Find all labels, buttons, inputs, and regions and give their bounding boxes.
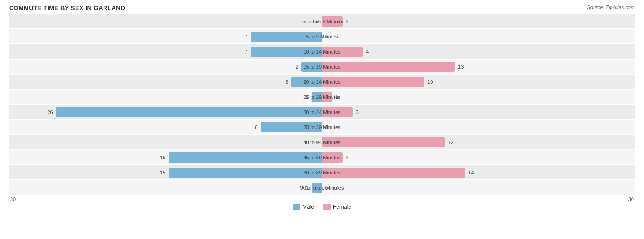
right-section: 13 (322, 60, 635, 74)
male-bar (251, 32, 322, 42)
male-value: 6 (255, 125, 257, 130)
right-section: 0 (322, 120, 635, 134)
female-value: 0 (325, 185, 328, 190)
female-value: 3 (356, 109, 359, 115)
female-bar (322, 137, 445, 147)
female-value: 0 (325, 34, 328, 39)
male-value: 7 (245, 49, 247, 54)
left-section: 2 (9, 60, 322, 74)
right-section: 14 (322, 165, 635, 179)
table-row: 710 to 14 Minutes4 (9, 44, 635, 60)
table-row: 125 to 29 Minutes1 (9, 90, 635, 105)
left-section: 26 (9, 105, 322, 119)
female-bar (322, 47, 363, 57)
male-bar (169, 168, 322, 178)
legend-female-box (323, 204, 331, 210)
right-section: 4 (322, 44, 635, 59)
chart-body: 0Less than 5 Minutes275 to 9 Minutes0710… (9, 14, 635, 210)
legend-male: Male (293, 204, 314, 210)
axis-labels: 30 30 (9, 196, 635, 202)
female-value: 10 (427, 79, 433, 85)
legend-male-box (293, 204, 300, 210)
left-section: 3 (9, 75, 322, 89)
axis-left: 30 (10, 196, 16, 202)
female-value: 2 (345, 155, 348, 160)
female-bar (322, 92, 332, 102)
male-value: 15 (160, 155, 165, 160)
male-bar (312, 92, 322, 102)
table-row: 1545 to 59 Minutes2 (9, 150, 635, 165)
table-row: 215 to 19 Minutes13 (9, 60, 635, 75)
male-value: 0 (316, 140, 319, 145)
source-label: Source: ZipAtlas.com (587, 5, 635, 10)
right-section: 0 (322, 29, 635, 43)
table-row: 2630 to 34 Minutes3 (9, 105, 635, 120)
left-section: 7 (9, 44, 322, 59)
chart-title: COMMUTE TIME BY SEX IN GARLAND (9, 5, 635, 11)
table-row: 190 or more Minutes0 (9, 180, 635, 196)
left-section: 7 (9, 29, 322, 43)
male-value: 0 (316, 19, 319, 24)
legend-male-label: Male (302, 204, 314, 210)
male-value: 2 (295, 64, 298, 70)
male-value: 15 (160, 170, 165, 175)
male-value: 1 (306, 94, 309, 100)
male-bar (261, 122, 322, 132)
female-bar (322, 62, 455, 72)
male-bar (251, 47, 322, 57)
female-bar (322, 168, 465, 178)
right-section: 3 (322, 105, 635, 119)
female-bar (322, 152, 343, 163)
right-section: 10 (322, 75, 635, 89)
axis-right: 30 (628, 196, 634, 202)
left-section: 15 (9, 165, 322, 179)
female-bar (322, 16, 343, 27)
female-value: 2 (345, 19, 348, 24)
male-bar (291, 77, 322, 87)
table-row: 75 to 9 Minutes0 (9, 29, 635, 44)
left-section: 15 (9, 150, 322, 164)
legend-female-label: Female (333, 204, 351, 210)
chart-container: COMMUTE TIME BY SEX IN GARLAND Source: Z… (0, 0, 644, 239)
table-row: 1560 to 89 Minutes14 (9, 165, 635, 180)
right-section: 2 (322, 14, 635, 28)
female-value: 14 (468, 170, 474, 175)
table-row: 0Less than 5 Minutes2 (9, 14, 635, 29)
female-value: 1 (335, 94, 338, 100)
rows-wrapper: 0Less than 5 Minutes275 to 9 Minutes0710… (9, 14, 635, 196)
female-value: 4 (366, 49, 369, 54)
right-section: 12 (322, 135, 635, 149)
left-section: 6 (9, 120, 322, 134)
legend: Male Female (9, 204, 635, 210)
male-bar (301, 62, 322, 72)
table-row: 635 to 39 Minutes0 (9, 120, 635, 135)
male-value: 7 (245, 34, 247, 39)
legend-female: Female (323, 204, 351, 210)
right-section: 1 (322, 90, 635, 104)
left-section: 0 (9, 14, 322, 28)
left-section: 1 (9, 90, 322, 104)
table-row: 320 to 24 Minutes10 (9, 75, 635, 90)
female-bar (322, 107, 353, 117)
male-value: 3 (285, 79, 288, 85)
female-value: 12 (448, 140, 453, 145)
right-section: 0 (322, 180, 635, 195)
male-bar (56, 107, 322, 117)
female-value: 0 (325, 125, 328, 130)
male-value: 1 (306, 185, 309, 190)
left-section: 1 (9, 180, 322, 195)
female-value: 13 (458, 64, 464, 70)
female-bar (322, 77, 424, 87)
table-row: 040 to 44 Minutes12 (9, 135, 635, 150)
male-bar (169, 152, 322, 163)
male-value: 26 (47, 109, 53, 115)
right-section: 2 (322, 150, 635, 164)
left-section: 0 (9, 135, 322, 149)
male-bar (312, 183, 322, 193)
